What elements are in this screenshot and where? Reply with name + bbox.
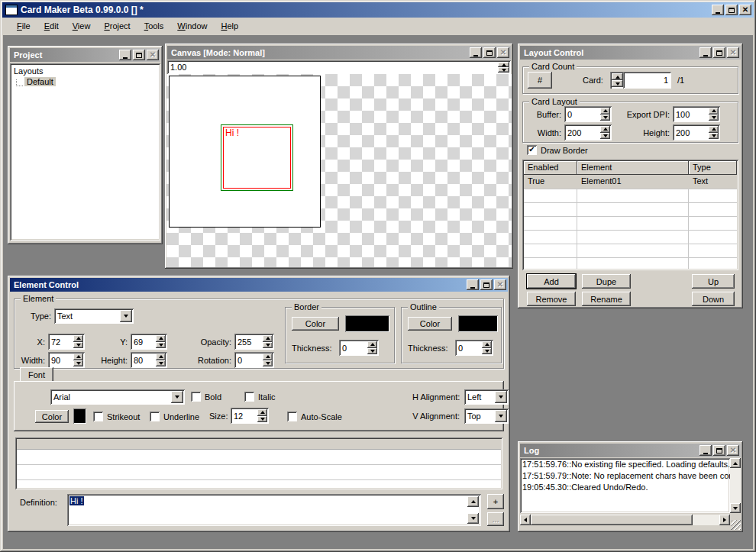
type-combo[interactable]: Text: [54, 308, 134, 324]
spin-up-icon[interactable]: [263, 353, 273, 360]
close-icon[interactable]: ✕: [727, 47, 739, 58]
spin-down-icon[interactable]: [498, 67, 509, 73]
spin-down-icon[interactable]: [73, 342, 83, 349]
font-family-combo[interactable]: Arial: [50, 389, 185, 405]
scroll-down-icon[interactable]: [730, 503, 741, 513]
maximize-icon[interactable]: [713, 47, 725, 58]
outline-color-button[interactable]: Color: [408, 317, 452, 331]
export-dpi-field[interactable]: 100: [673, 106, 720, 122]
spin-up-icon[interactable]: [612, 73, 623, 80]
x-field[interactable]: 72: [48, 334, 85, 350]
bold-checkbox[interactable]: Bold: [191, 392, 221, 402]
font-color-swatch[interactable]: [73, 408, 86, 424]
border-color-button[interactable]: Color: [292, 317, 339, 331]
chevron-down-icon[interactable]: [495, 391, 507, 403]
size-field[interactable]: 12: [231, 408, 269, 424]
outline-thickness-field[interactable]: 0: [455, 340, 493, 356]
chevron-down-icon[interactable]: [171, 391, 183, 403]
up-button[interactable]: Up: [692, 274, 735, 289]
definition-add-button[interactable]: +: [487, 494, 504, 509]
app-icon[interactable]: [5, 5, 18, 15]
log-vscrollbar[interactable]: [730, 458, 741, 513]
close-icon[interactable]: ✕: [739, 5, 751, 15]
v-alignment-combo[interactable]: Top: [464, 408, 509, 424]
maximize-icon[interactable]: [483, 47, 496, 58]
opacity-field[interactable]: 255: [234, 334, 274, 350]
hash-button[interactable]: #: [528, 72, 552, 89]
scroll-right-icon[interactable]: [719, 515, 730, 525]
scroll-left-icon[interactable]: [520, 515, 531, 525]
menu-edit[interactable]: Edit: [37, 19, 66, 33]
outline-color-swatch[interactable]: [458, 315, 498, 332]
spin-down-icon[interactable]: [709, 133, 719, 140]
definition-textbox[interactable]: Hi !: [67, 494, 481, 526]
chevron-down-icon[interactable]: [120, 310, 132, 322]
draw-border-checkbox[interactable]: Draw Border: [527, 145, 588, 155]
canvas-titlebar[interactable]: Canvas [Mode: Normal] ✕: [167, 46, 511, 60]
log-titlebar[interactable]: Log ✕: [520, 444, 741, 457]
definition-more-button[interactable]: ...: [487, 512, 504, 526]
spin-up-icon[interactable]: [482, 341, 492, 348]
minimize-icon[interactable]: [699, 445, 712, 456]
scroll-up-icon[interactable]: [730, 458, 741, 468]
spin-down-icon[interactable]: [367, 348, 377, 355]
spin-up-icon[interactable]: [156, 335, 166, 342]
spin-down-icon[interactable]: [156, 360, 166, 367]
minimize-icon[interactable]: [470, 47, 482, 58]
italic-checkbox[interactable]: Italic: [244, 392, 276, 402]
font-color-button[interactable]: Color: [35, 410, 69, 423]
card-preview[interactable]: Hi !: [169, 76, 321, 228]
card-height-field[interactable]: 200: [673, 124, 720, 140]
spin-up-icon[interactable]: [263, 335, 273, 342]
el-height-field[interactable]: 80: [131, 352, 167, 368]
column-header-type[interactable]: Type: [689, 161, 737, 175]
buffer-field[interactable]: 0: [564, 106, 612, 122]
maximize-icon[interactable]: [725, 5, 738, 15]
card-width-field[interactable]: 200: [564, 124, 612, 140]
spin-up-icon[interactable]: [156, 353, 166, 360]
table-empty-rows[interactable]: [524, 189, 737, 269]
el-width-field[interactable]: 90: [48, 352, 85, 368]
spin-down-icon[interactable]: [482, 348, 492, 355]
spin-down-icon[interactable]: [156, 342, 166, 349]
spin-down-icon[interactable]: [600, 133, 610, 140]
checkbox-icon[interactable]: [150, 412, 160, 421]
menu-window[interactable]: Window: [170, 19, 214, 33]
spin-down-icon[interactable]: [263, 360, 273, 367]
spin-up-icon[interactable]: [367, 341, 377, 348]
close-icon[interactable]: ✕: [727, 445, 739, 456]
scroll-up-icon[interactable]: [467, 496, 479, 507]
menu-file[interactable]: File: [10, 19, 37, 33]
close-icon[interactable]: ✕: [497, 47, 509, 58]
spin-up-icon[interactable]: [73, 335, 83, 342]
close-icon[interactable]: ✕: [494, 279, 506, 290]
close-icon[interactable]: ✕: [147, 50, 159, 60]
tab-font[interactable]: Font: [20, 367, 53, 382]
down-button[interactable]: Down: [692, 292, 735, 306]
menu-view[interactable]: View: [66, 19, 98, 33]
spin-down-icon[interactable]: [612, 80, 623, 87]
minimize-icon[interactable]: [699, 47, 712, 58]
add-button[interactable]: Add: [527, 274, 576, 289]
card-number-field[interactable]: 1: [623, 76, 671, 85]
checkbox-icon[interactable]: [191, 392, 201, 402]
scrollbar-thumb[interactable]: [531, 515, 693, 525]
spin-up-icon[interactable]: [498, 62, 509, 67]
chevron-down-icon[interactable]: [495, 410, 507, 422]
y-field[interactable]: 69: [131, 334, 167, 350]
h-alignment-combo[interactable]: Left: [464, 389, 509, 405]
element-control-titlebar[interactable]: Element Control ✕: [10, 278, 508, 292]
project-titlebar[interactable]: Project ✕: [10, 48, 160, 62]
element-list[interactable]: [15, 437, 502, 489]
auto-scale-checkbox[interactable]: Auto-Scale: [287, 412, 342, 421]
spin-down-icon[interactable]: [257, 416, 267, 423]
underline-checkbox[interactable]: Underline: [150, 412, 199, 421]
spin-down-icon[interactable]: [263, 342, 273, 349]
strikeout-checkbox[interactable]: Strikeout: [93, 412, 140, 421]
main-titlebar[interactable]: Card Maker Beta 0.99.0.0 [] * ✕: [2, 2, 754, 18]
spin-up-icon[interactable]: [73, 353, 83, 360]
spin-up-icon[interactable]: [709, 108, 719, 115]
border-color-swatch[interactable]: [345, 315, 389, 332]
column-header-enabled[interactable]: Enabled: [524, 161, 577, 175]
maximize-icon[interactable]: [480, 279, 493, 290]
